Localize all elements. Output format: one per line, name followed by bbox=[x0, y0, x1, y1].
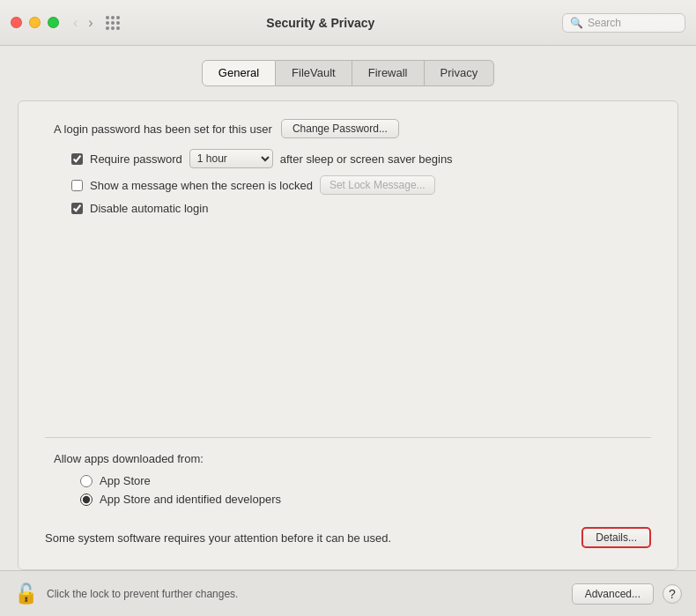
allow-apps-label: Allow apps downloaded from: bbox=[54, 452, 651, 465]
allow-apps-section: Allow apps downloaded from: App Store Ap… bbox=[45, 452, 651, 511]
close-button[interactable] bbox=[11, 17, 22, 28]
tab-bar: General FileVault Firewall Privacy bbox=[18, 60, 678, 86]
tab-filevault[interactable]: FileVault bbox=[276, 60, 352, 86]
minimize-button[interactable] bbox=[29, 17, 41, 28]
require-password-row: Require password immediately 5 seconds 1… bbox=[71, 149, 651, 168]
lock-text: Click the lock to prevent further change… bbox=[47, 588, 563, 600]
app-store-identified-radio-row: App Store and identified developers bbox=[80, 493, 651, 506]
titlebar: ‹ › Security & Privacy 🔍 Search bbox=[0, 0, 696, 46]
password-time-dropdown[interactable]: immediately 5 seconds 1 minute 5 minutes… bbox=[189, 149, 273, 168]
details-button[interactable]: Details... bbox=[581, 527, 651, 548]
app-store-radio-row: App Store bbox=[80, 474, 651, 487]
disable-auto-login-row: Disable automatic login bbox=[71, 202, 651, 215]
window-title: Security & Privacy bbox=[79, 16, 562, 30]
section-top: A login password has been set for this u… bbox=[45, 119, 651, 419]
search-placeholder: Search bbox=[588, 17, 677, 29]
require-password-label: Require password bbox=[90, 152, 182, 166]
tab-privacy[interactable]: Privacy bbox=[425, 60, 495, 86]
change-password-button[interactable]: Change Password... bbox=[281, 119, 399, 138]
maximize-button[interactable] bbox=[48, 17, 59, 28]
set-lock-message-button[interactable]: Set Lock Message... bbox=[320, 175, 435, 195]
show-message-checkbox[interactable] bbox=[71, 180, 83, 191]
traffic-lights bbox=[11, 17, 59, 28]
search-box[interactable]: 🔍 Search bbox=[562, 13, 685, 33]
search-icon: 🔍 bbox=[570, 17, 583, 29]
main-content: General FileVault Firewall Privacy A log… bbox=[0, 46, 696, 570]
attention-row: Some system software requires your atten… bbox=[45, 527, 651, 548]
show-message-label: Show a message when the screen is locked bbox=[90, 179, 313, 192]
login-password-row: A login password has been set for this u… bbox=[54, 119, 651, 138]
disable-auto-login-label: Disable automatic login bbox=[90, 202, 208, 215]
show-message-row: Show a message when the screen is locked… bbox=[71, 175, 651, 195]
tab-firewall[interactable]: Firewall bbox=[352, 60, 425, 86]
disable-auto-login-checkbox[interactable] bbox=[71, 203, 83, 214]
help-button[interactable]: ? bbox=[663, 584, 682, 604]
app-store-radio[interactable] bbox=[80, 475, 93, 487]
after-sleep-text: after sleep or screen saver begins bbox=[280, 152, 453, 166]
lock-icon[interactable]: 🔓 bbox=[14, 583, 38, 605]
login-password-text: A login password has been set for this u… bbox=[54, 122, 272, 136]
section-divider bbox=[45, 437, 651, 438]
tab-general[interactable]: General bbox=[202, 60, 276, 86]
advanced-button[interactable]: Advanced... bbox=[572, 583, 654, 605]
app-store-label: App Store bbox=[100, 474, 151, 487]
app-store-identified-label: App Store and identified developers bbox=[100, 493, 281, 506]
require-password-checkbox[interactable] bbox=[71, 153, 83, 165]
attention-text: Some system software requires your atten… bbox=[45, 531, 569, 545]
bottom-bar: 🔓 Click the lock to prevent further chan… bbox=[0, 570, 696, 616]
app-store-identified-radio[interactable] bbox=[80, 494, 93, 506]
settings-panel: A login password has been set for this u… bbox=[18, 100, 678, 570]
